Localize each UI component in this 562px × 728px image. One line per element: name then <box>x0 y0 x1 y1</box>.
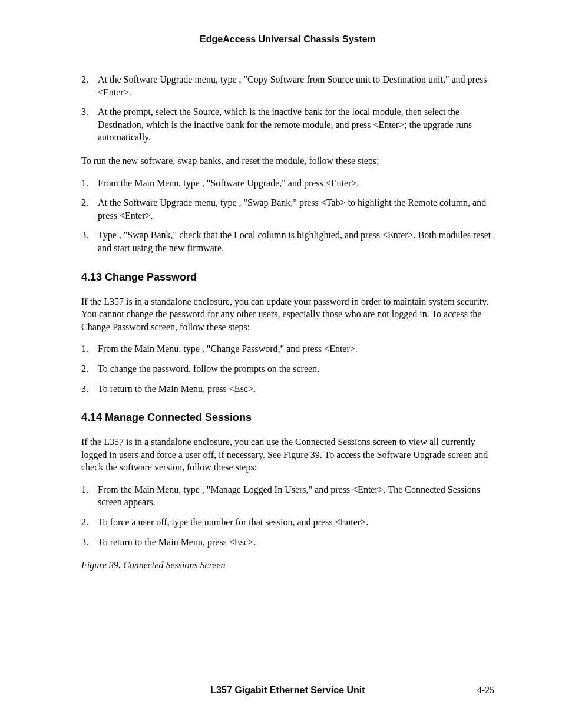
list-item: 3.At the prompt, select the Source, whic… <box>81 106 494 144</box>
body-paragraph: To run the new software, swap banks, and… <box>81 154 494 167</box>
list-continued: 2.At the Software Upgrade menu, type , "… <box>81 73 494 144</box>
list-swap-banks: 1.From the Main Menu, type , "Software U… <box>81 177 494 255</box>
list-number: 3. <box>81 106 88 118</box>
list-text: From the Main Menu, type , "Change Passw… <box>98 344 358 354</box>
list-text: Type , "Swap Bank," check that the Local… <box>98 230 491 253</box>
body-paragraph: If the L357 is in a standalone enclosure… <box>81 295 494 334</box>
footer-page-number: 4-25 <box>459 685 494 696</box>
footer-title: L357 Gigabit Ethernet Service Unit <box>117 685 459 696</box>
list-item: 2.At the Software Upgrade menu, type , "… <box>81 73 494 98</box>
list-text: To return to the Main Menu, press <Esc>. <box>98 384 256 394</box>
page-header: EdgeAccess Universal Chassis System <box>81 34 494 45</box>
list-item: 3.To return to the Main Menu, press <Esc… <box>81 383 494 396</box>
list-item: 2.To change the password, follow the pro… <box>81 363 494 375</box>
list-text: At the prompt, select the Source, which … <box>98 107 472 142</box>
list-item: 1.From the Main Menu, type , "Software U… <box>81 177 494 190</box>
body-paragraph: If the L357 is in a standalone enclosure… <box>81 436 494 474</box>
list-number: 3. <box>81 383 88 396</box>
list-item: 2.At the Software Upgrade menu, type , "… <box>81 196 494 222</box>
figure-caption: Figure 39. Connected Sessions Screen <box>81 559 494 572</box>
list-manage-sessions: 1.From the Main Menu, type , "Manage Log… <box>81 483 494 548</box>
list-text: At the Software Upgrade menu, type , "Sw… <box>98 197 486 220</box>
list-number: 1. <box>81 483 88 496</box>
list-number: 2. <box>81 363 88 375</box>
section-heading-414: 4.14 Manage Connected Sessions <box>81 411 494 424</box>
list-text: To force a user off, type the number for… <box>98 517 368 527</box>
list-number: 3. <box>81 229 88 242</box>
list-change-password: 1.From the Main Menu, type , "Change Pas… <box>81 342 494 395</box>
list-item: 1.From the Main Menu, type , "Manage Log… <box>81 483 494 509</box>
list-item: 3.To return to the Main Menu, press <Esc… <box>81 536 494 549</box>
list-number: 3. <box>81 536 88 549</box>
list-text: To change the password, follow the promp… <box>98 364 319 374</box>
list-text: At the Software Upgrade menu, type , "Co… <box>98 74 487 97</box>
page-content: EdgeAccess Universal Chassis System 2.At… <box>0 0 562 572</box>
section-heading-413: 4.13 Change Password <box>81 271 494 284</box>
list-number: 2. <box>81 73 88 86</box>
list-number: 1. <box>81 177 88 190</box>
list-number: 2. <box>81 516 88 529</box>
list-item: 1.From the Main Menu, type , "Change Pas… <box>81 342 494 355</box>
page-footer: L357 Gigabit Ethernet Service Unit 4-25 <box>81 685 494 696</box>
list-item: 3.Type , "Swap Bank," check that the Loc… <box>81 229 494 254</box>
list-number: 1. <box>81 342 88 355</box>
list-item: 2.To force a user off, type the number f… <box>81 516 494 529</box>
list-text: From the Main Menu, type , "Software Upg… <box>98 178 359 188</box>
list-text: From the Main Menu, type , "Manage Logge… <box>98 485 480 508</box>
list-number: 2. <box>81 196 88 209</box>
list-text: To return to the Main Menu, press <Esc>. <box>98 537 256 547</box>
